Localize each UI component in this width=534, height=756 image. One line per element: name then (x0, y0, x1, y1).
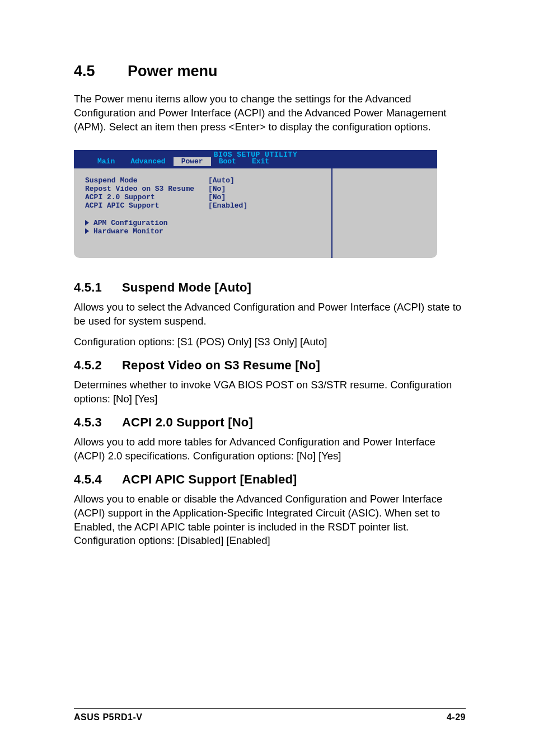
bios-tab-power[interactable]: Power (174, 157, 211, 166)
bios-tab-main[interactable]: Main (90, 157, 123, 166)
section-intro: The Power menu items allow you to change… (74, 92, 466, 134)
subsection-heading: 4.5.2Repost Video on S3 Resume [No] (74, 358, 466, 373)
bios-window: BIOS SETUP UTILITY Main Advanced Power B… (74, 150, 437, 258)
subsection-title-text: ACPI 2.0 Support [No] (122, 415, 253, 429)
subsection-heading: 4.5.1Suspend Mode [Auto] (74, 280, 466, 295)
subsection-heading: 4.5.4ACPI APIC Support [Enabled] (74, 472, 466, 487)
bios-submenu-label: Hardware Monitor (93, 227, 163, 236)
bios-option-value: [Enabled] (208, 201, 247, 210)
bios-body: Suspend Mode [Auto] Repost Video on S3 R… (74, 168, 437, 258)
subsection-heading: 4.5.3ACPI 2.0 Support [No] (74, 415, 466, 430)
subsection-title-text: ACPI APIC Support [Enabled] (122, 472, 297, 486)
subsection-title-text: Repost Video on S3 Resume [No] (122, 358, 320, 372)
bios-options-pane: Suspend Mode [Auto] Repost Video on S3 R… (74, 168, 331, 258)
bios-submenu-item[interactable]: Hardware Monitor (85, 227, 327, 236)
subsection: 4.5.4ACPI APIC Support [Enabled] Allows … (74, 472, 466, 548)
bios-tab-advanced[interactable]: Advanced (123, 157, 173, 166)
bios-option-value: [Auto] (208, 176, 235, 185)
page-footer: ASUS P5RD1-V 4-29 (74, 708, 466, 722)
bios-submenu-list: APM Configuration Hardware Monitor (85, 219, 327, 236)
footer-product: ASUS P5RD1-V (74, 712, 142, 722)
subsection: 4.5.3ACPI 2.0 Support [No] Allows you to… (74, 415, 466, 463)
subsection-number: 4.5.4 (74, 472, 122, 487)
section-number: 4.5 (74, 63, 128, 80)
subsection-number: 4.5.3 (74, 415, 122, 430)
subsection-paragraph: Allows you to add more tables for Advanc… (74, 435, 466, 463)
subsection-number: 4.5.2 (74, 358, 122, 373)
bios-option-value: [No] (208, 185, 226, 193)
bios-option-label: Suspend Mode (85, 176, 208, 185)
bios-option-value: [No] (208, 193, 226, 201)
subsection: 4.5.2Repost Video on S3 Resume [No] Dete… (74, 358, 466, 406)
subsection-paragraph: Determines whether to invoke VGA BIOS PO… (74, 378, 466, 406)
bios-header: BIOS SETUP UTILITY Main Advanced Power B… (74, 150, 437, 168)
bios-tab-exit[interactable]: Exit (244, 157, 277, 166)
subsection: 4.5.1Suspend Mode [Auto] Allows you to s… (74, 280, 466, 349)
bios-tab-boot[interactable]: Boot (211, 157, 244, 166)
bios-option-label: ACPI APIC Support (85, 201, 208, 210)
subsection-number: 4.5.1 (74, 280, 122, 295)
bios-option-row[interactable]: Suspend Mode [Auto] (85, 176, 327, 185)
bios-option-label: ACPI 2.0 Support (85, 193, 208, 201)
section-heading: 4.5Power menu (74, 63, 466, 80)
bios-submenu-label: APM Configuration (93, 219, 168, 227)
bios-help-pane (331, 168, 437, 258)
section-title-text: Power menu (128, 63, 218, 79)
footer-page-number: 4-29 (447, 712, 466, 722)
bios-screenshot: BIOS SETUP UTILITY Main Advanced Power B… (74, 150, 437, 258)
bios-option-row[interactable]: Repost Video on S3 Resume [No] (85, 185, 327, 193)
bios-option-label: Repost Video on S3 Resume (85, 185, 208, 193)
bios-option-row[interactable]: ACPI 2.0 Support [No] (85, 193, 327, 201)
subsection-paragraph: Allows you to select the Advanced Config… (74, 300, 466, 328)
subsection-paragraph: Configuration options: [S1 (POS) Only] [… (74, 335, 466, 349)
bios-submenu-item[interactable]: APM Configuration (85, 219, 327, 227)
subsection-paragraph: Allows you to enable or disable the Adva… (74, 492, 466, 548)
subsection-title-text: Suspend Mode [Auto] (122, 280, 251, 294)
bios-tabbar: Main Advanced Power Boot Exit (74, 157, 437, 166)
bios-option-row[interactable]: ACPI APIC Support [Enabled] (85, 201, 327, 210)
